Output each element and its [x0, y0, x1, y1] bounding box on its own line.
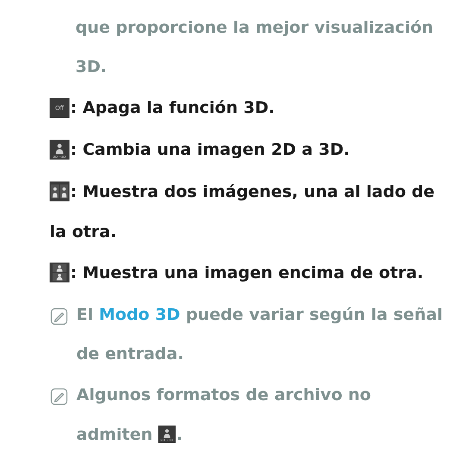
item-2d3d-desc: : Cambia una imagen 2D a 3D.: [70, 140, 350, 159]
top-bottom-icon: [50, 263, 69, 282]
svg-point-15: [165, 429, 169, 432]
item-2d3d: : Cambia una imagen 2D a 3D.: [50, 130, 449, 170]
intro-fragment: que proporcione la mejor visualización 3…: [50, 8, 449, 86]
svg-point-10: [58, 266, 61, 269]
note-2: Algunos formatos de archivo no admiten .: [50, 375, 449, 454]
item-tb: : Muestra una imagen encima de otra.: [50, 253, 449, 293]
note-1-text: El Modo 3D puede variar según la señal d…: [76, 295, 449, 373]
note-2-text: Algunos formatos de archivo no admiten .: [76, 375, 449, 454]
pencil-note-icon: [50, 387, 69, 406]
note1-pre: El: [76, 305, 99, 324]
item-sbs: : Muestra dos imágenes, una al lado de l…: [50, 172, 449, 251]
pencil-note-icon: [50, 307, 69, 326]
note2-post: .: [176, 425, 183, 444]
off-icon-label: Off: [55, 105, 64, 111]
item-off: Off : Apaga la función 3D.: [50, 88, 449, 128]
intro-text: que proporcione la mejor visualización 3…: [76, 18, 433, 76]
conv-2d3d-icon: [158, 426, 176, 443]
item-off-desc: : Apaga la función 3D.: [70, 98, 275, 117]
svg-point-11: [58, 274, 61, 277]
document-page: que proporcione la mejor visualización 3…: [0, 0, 466, 476]
note2-pre: Algunos formatos de archivo no admiten: [76, 385, 371, 443]
side-by-side-icon: [50, 182, 69, 201]
conv-2d3d-icon-wrap: [50, 131, 69, 170]
item-sbs-desc: : Muestra dos imágenes, una al lado de l…: [50, 182, 435, 241]
conv-2d3d-icon-wrap-small: [158, 415, 176, 454]
svg-point-1: [57, 144, 62, 148]
top-bottom-icon-wrap: [50, 254, 69, 293]
item-tb-desc: : Muestra una imagen encima de otra.: [70, 263, 423, 282]
svg-point-5: [54, 187, 57, 191]
off-icon-wrap: Off: [50, 89, 69, 128]
off-icon: Off: [50, 98, 69, 118]
note1-kw: Modo 3D: [99, 305, 180, 324]
note-1: El Modo 3D puede variar según la señal d…: [50, 295, 449, 373]
conv-2d3d-icon: [50, 140, 69, 160]
svg-point-6: [63, 187, 66, 191]
side-by-side-icon-wrap: [50, 172, 69, 212]
